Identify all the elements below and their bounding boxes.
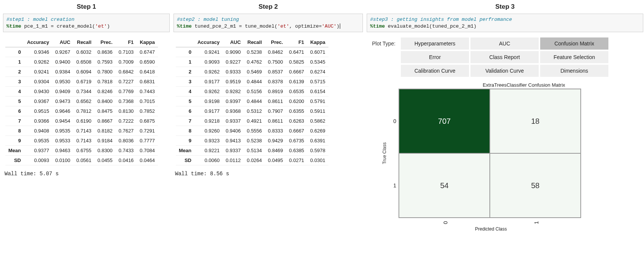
table-header: Kappa: [307, 37, 328, 47]
table-cell: 0.6355: [286, 106, 307, 116]
table-row: 80.94080.95350.71430.81820.76270.7291: [5, 126, 158, 136]
table-header: Prec.: [265, 37, 286, 47]
table-cell: 0.6719: [73, 77, 95, 87]
cm-cell-0-0: 707: [399, 89, 490, 153]
plot-type-button-confusion-matrix[interactable]: Confusion Matrix: [540, 37, 608, 50]
table-cell: 0.5345: [307, 57, 328, 67]
step1-column: Step 1 #step1 : model creation %time pce…: [3, 3, 170, 177]
text-cursor-icon: [340, 23, 340, 29]
table-cell: 0.6747: [137, 47, 158, 57]
table-cell: 0.6139: [286, 77, 307, 87]
plot-type-button-validation-curve[interactable]: Validation Curve: [470, 65, 539, 77]
table-cell: 0.5312: [244, 106, 265, 116]
table-row: 10.90930.92270.47620.75000.58250.5345: [176, 57, 328, 67]
table-cell: 8: [176, 126, 194, 136]
plot-type-button-dimensions[interactable]: Dimensions: [540, 65, 608, 77]
table-cell: 0.6831: [137, 77, 158, 87]
plot-type-label: Plot Type:: [367, 37, 401, 47]
table-cell: 0.6263: [286, 116, 307, 126]
cm-cell-1-0: 54: [399, 153, 490, 218]
table-cell: Mean: [5, 146, 24, 156]
table-cell: 0.9400: [52, 57, 73, 67]
table-cell: 0.9221: [194, 146, 223, 156]
table-cell: 0.9333: [223, 67, 244, 77]
step2-code-cell[interactable]: #step2 : model tuning %time tuned_pce_2_…: [174, 14, 363, 32]
table-cell: 0.0495: [265, 156, 286, 165]
table-cell: 0.7009: [116, 57, 137, 67]
table-cell: 0.9406: [223, 126, 244, 136]
cm-cell-0-1: 18: [490, 89, 581, 153]
step3-code-cell[interactable]: #step3 : getting insights from model per…: [367, 14, 643, 32]
plot-type-button-auc[interactable]: AUC: [470, 37, 539, 50]
step2-code-magic: %time: [177, 23, 192, 29]
table-cell: 7: [176, 116, 194, 126]
plot-type-button-error[interactable]: Error: [401, 51, 469, 63]
table-cell: 0.4921: [244, 116, 265, 126]
table-cell: 6: [176, 106, 194, 116]
table-header: AUC: [52, 37, 73, 47]
table-cell: 0.8537: [265, 67, 286, 77]
table-cell: 0.8611: [265, 97, 286, 106]
step3-code-magic: %time: [370, 23, 385, 29]
cm-xlabel: Predicted Class: [400, 226, 582, 232]
table-row: 70.92180.93370.49210.86110.62630.5862: [176, 116, 328, 126]
plot-type-button-feature-selection[interactable]: Feature Selection: [540, 51, 608, 63]
table-cell: 0.8667: [94, 116, 116, 126]
table-header: Recall: [244, 37, 265, 47]
table-cell: SD: [176, 156, 194, 165]
table-cell: 0.9267: [52, 47, 73, 57]
step1-code-b: ): [107, 23, 110, 29]
table-cell: 0.0271: [286, 156, 307, 165]
table-cell: 0.9337: [223, 146, 244, 156]
table-cell: 0.9533: [52, 136, 73, 146]
plot-type-button-class-report[interactable]: Class Report: [470, 51, 539, 63]
table-cell: 0.6190: [73, 116, 95, 126]
table-cell: 0.8333: [265, 126, 286, 136]
table-row: 40.94300.94090.73440.82460.77690.7443: [5, 87, 158, 97]
table-row: 30.93040.95300.67190.78180.72270.6831: [5, 77, 158, 87]
plot-type-button-calibration-curve[interactable]: Calibration Curve: [401, 65, 469, 77]
table-cell: 0.0561: [73, 156, 95, 165]
table-cell: 0.9408: [24, 126, 52, 136]
step2-code-str1: 'et': [277, 23, 289, 29]
table-cell: 0.6094: [73, 67, 95, 77]
cm-yticks: 0 1: [389, 89, 396, 218]
table-cell: 0.6385: [286, 146, 307, 156]
table-cell: 0.9260: [194, 126, 223, 136]
table-cell: 0.7143: [73, 126, 95, 136]
step2-code-a: tuned_pce_2_m1 = tune_model(: [192, 23, 277, 29]
table-row: SD0.00600.01120.02640.04950.02710.0301: [176, 156, 328, 165]
table-cell: 0.6274: [307, 67, 328, 77]
table-header: Prec.: [94, 37, 116, 47]
table-cell: 3: [176, 77, 194, 87]
table-cell: 0.9282: [223, 87, 244, 97]
table-cell: 0.9177: [194, 106, 223, 116]
plot-type-button-hyperparameters[interactable]: Hyperparameters: [401, 37, 469, 50]
table-cell: 0.6842: [116, 67, 137, 77]
table-cell: 0.5134: [244, 146, 265, 156]
table-cell: 0.8611: [265, 116, 286, 126]
table-cell: 0.9262: [24, 57, 52, 67]
table-row: 60.95150.96460.78120.84750.81300.7852: [5, 106, 158, 116]
table-row: 40.92620.92820.51560.89190.65350.6154: [176, 87, 328, 97]
step1-code-str: 'et': [95, 23, 107, 29]
table-row: 10.92620.94000.65080.75930.70090.6590: [5, 57, 158, 67]
table-cell: 0.6875: [137, 116, 158, 126]
table-cell: 0.7368: [116, 97, 137, 106]
table-cell: 0.6590: [137, 57, 158, 67]
table-cell: 0.9519: [223, 77, 244, 87]
table-cell: 0.7818: [94, 77, 116, 87]
table-cell: 9: [176, 136, 194, 146]
step2-walltime: Wall time: 8.56 s: [175, 171, 363, 177]
table-cell: 0.7627: [116, 126, 137, 136]
cm-title: ExtraTreesClassifier Confusion Matrix: [405, 82, 643, 88]
table-cell: 0.5556: [244, 126, 265, 136]
table-cell: 0.0455: [94, 156, 116, 165]
table-row: 30.91770.95190.48440.83780.61390.5715: [176, 77, 328, 87]
table-cell: 4: [5, 87, 24, 97]
table-row: 80.92600.94060.55560.83330.66670.6269: [176, 126, 328, 136]
step1-code-cell[interactable]: #step1 : model creation %time pce_1_m1 =…: [3, 14, 170, 32]
cm-ytick-1: 1: [393, 182, 396, 189]
table-cell: 0.9227: [223, 57, 244, 67]
table-header: Recall: [73, 37, 95, 47]
